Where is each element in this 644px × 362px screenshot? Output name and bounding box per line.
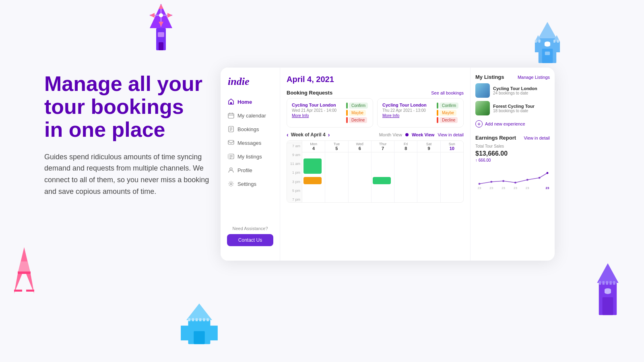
calendar-header: ‹ Week of April 4 › Month View Week View… [287, 132, 464, 138]
svg-rect-47 [188, 318, 191, 321]
nav-item-settings[interactable]: Settings [221, 177, 280, 191]
decline-indicator-1 [346, 117, 348, 123]
earnings-section: Earnings Report View in detail Total Tou… [475, 135, 550, 190]
booking-more-1[interactable]: More Info [292, 113, 342, 118]
listing-details-2: Forest Cycling Tour 18 bookings to date [493, 104, 535, 113]
confirm-btn-2[interactable]: Confirm [440, 103, 458, 109]
listing-title-2: Forest Cycling Tour [493, 104, 535, 109]
castle-decoration-bm [177, 302, 221, 346]
svg-marker-9 [167, 13, 172, 18]
calendar-section: ‹ Week of April 4 › Month View Week View… [287, 132, 464, 253]
confirm-btn-1[interactable]: Confirm [349, 103, 368, 109]
svg-point-70 [478, 183, 480, 185]
earnings-view-detail[interactable]: View in detail [524, 136, 550, 140]
nav-item-home[interactable]: Home [221, 95, 280, 109]
time-column: 7 am 9 am 11 am 1 pm 3 pm 5 pm 7 pm [287, 141, 302, 202]
svg-rect-23 [557, 40, 559, 43]
svg-text:23: 23 [478, 186, 481, 190]
svg-text:23: 23 [502, 186, 505, 190]
maybe-btn-2[interactable]: Maybe [440, 110, 456, 116]
month-view-label[interactable]: Month View [379, 132, 402, 137]
time-7pm: 7 pm [287, 197, 302, 202]
time-11am: 11 am [287, 161, 302, 167]
see-all-bookings[interactable]: See all bookings [431, 90, 464, 95]
manage-listings-link[interactable]: Manage Listings [518, 75, 550, 80]
svg-point-72 [502, 180, 504, 182]
nav-item-calendar[interactable]: My calendar [221, 109, 280, 122]
contact-us-button[interactable]: Contact Us [227, 234, 273, 246]
svg-marker-10 [159, 22, 163, 27]
time-12pm [287, 167, 302, 170]
listing-item-2: Forest Cycling Tour 18 bookings to date [475, 101, 550, 115]
svg-rect-51 [203, 318, 205, 321]
svg-point-71 [490, 181, 492, 183]
svg-rect-36 [599, 281, 601, 285]
booking-cards-list: Cycling Tour London Wed 21 Apr 2021 - 14… [287, 98, 464, 128]
listing-item-1: Cycling Tour London 24 bookings to date [475, 83, 550, 98]
add-icon: + [475, 120, 483, 128]
sidebar: indie Home My calendar [221, 68, 280, 261]
listing-thumb-2 [475, 101, 490, 115]
svg-rect-20 [535, 40, 537, 43]
calendar-nav: ‹ Week of April 4 › [287, 132, 330, 138]
svg-point-76 [547, 172, 549, 174]
svg-marker-30 [26, 274, 34, 294]
listing-sub-2: 18 bookings to date [493, 109, 535, 113]
view-toggle: Month View Week View View in detail [379, 132, 464, 137]
svg-rect-38 [606, 281, 608, 285]
cal-event-mon-2 [303, 177, 322, 184]
week-label: Week of April 4 [291, 132, 326, 138]
calendar-view-detail[interactable]: View in detail [438, 132, 464, 137]
prev-week-arrow[interactable]: ‹ [287, 132, 289, 138]
svg-rect-3 [158, 32, 164, 37]
svg-marker-11 [150, 13, 155, 18]
confirm-indicator-1 [346, 103, 348, 109]
eiffel-decoration-bl [12, 245, 36, 290]
time-6pm [287, 193, 302, 197]
time-4pm [287, 185, 302, 188]
nav-label-home: Home [237, 99, 252, 105]
day-thur: Thur7 [372, 141, 394, 202]
nav-item-listings[interactable]: My listings [221, 150, 280, 163]
svg-rect-62 [228, 140, 234, 144]
listings-icon [228, 153, 234, 160]
cal-event-mon-1 [303, 158, 322, 174]
day-header-mon: Mon4 [302, 141, 325, 152]
nav-item-messages[interactable]: Messages [221, 136, 280, 150]
cal-event-thur-1 [373, 177, 391, 184]
week-view-label[interactable]: Week View [412, 132, 434, 137]
add-experience-label: Add new experience [485, 121, 525, 126]
maybe-btn-1[interactable]: Maybe [349, 110, 366, 116]
my-listings-section: My Listings Manage Listings Cycling Tour… [475, 74, 550, 129]
nav-item-profile[interactable]: Profile [221, 163, 280, 177]
next-week-arrow[interactable]: › [328, 132, 330, 138]
booking-tour-1: Cycling Tour London [292, 103, 342, 107]
nav-label-listings: My listings [237, 154, 262, 160]
booking-card-2: Cycling Tour London Thu 22 Apr 2021 - 13… [377, 98, 464, 128]
listing-thumb-1 [475, 83, 490, 98]
booking-tour-2: Cycling Tour London [382, 103, 433, 107]
right-panel: My Listings Manage Listings Cycling Tour… [470, 68, 555, 261]
profile-icon [228, 167, 234, 173]
time-1pm: 1 pm [287, 170, 302, 175]
day-header-tue: Tue5 [325, 141, 348, 152]
svg-rect-24 [545, 41, 550, 46]
svg-rect-31 [14, 290, 22, 292]
svg-point-73 [514, 182, 516, 184]
hero-subtitle: Guides spend ridiculous amounts of time … [44, 151, 213, 197]
listing-title-1: Cycling Tour London [493, 86, 537, 91]
hero-section: Manage all your tour bookings in one pla… [44, 72, 213, 197]
decline-btn-1[interactable]: Decline [349, 117, 367, 123]
day-header-thur: Thur7 [372, 141, 394, 152]
decline-btn-2[interactable]: Decline [440, 117, 458, 123]
booking-more-2[interactable]: More Info [382, 113, 433, 118]
week-view-dot [405, 133, 409, 136]
svg-marker-14 [539, 22, 556, 38]
add-experience-button[interactable]: + Add new experience [475, 119, 550, 129]
nav-item-bookings[interactable]: Bookings [221, 122, 280, 136]
svg-point-68 [230, 168, 232, 170]
listings-header: My Listings Manage Listings [475, 74, 550, 80]
svg-rect-52 [206, 318, 209, 321]
day-sat: Sat9 [417, 141, 440, 202]
svg-rect-39 [609, 281, 611, 285]
